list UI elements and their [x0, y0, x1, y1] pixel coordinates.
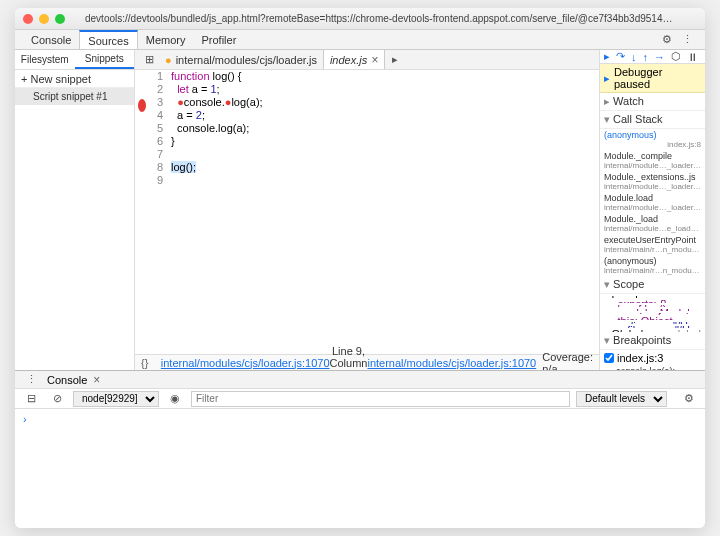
stack-frame[interactable]: Module._compileinternal/module…_loader.j… [600, 150, 705, 171]
titlebar: devtools://devtools/bundled/js_app.html?… [15, 8, 705, 30]
stack-frame[interactable]: Module._extensions..jsinternal/module…_l… [600, 171, 705, 192]
tab-sources[interactable]: Sources [79, 30, 137, 49]
console-tab[interactable]: Console [41, 374, 93, 386]
console-menu-icon[interactable]: ⋮ [23, 372, 39, 388]
breakpoint-checkbox[interactable] [604, 353, 614, 363]
eye-icon[interactable]: ◉ [167, 391, 183, 407]
pretty-print-icon[interactable]: {} [141, 357, 161, 369]
breakpoint-label: index.js:3 [617, 352, 663, 364]
debugger-controls: ▸ ↷ ↓ ↑ → ⬡ ⏸ [600, 50, 705, 64]
console-prompt-icon: › [23, 413, 27, 425]
section-watch[interactable]: Watch [600, 93, 705, 111]
minimize-window-icon[interactable] [39, 14, 49, 24]
stack-frame[interactable]: Module._loadinternal/module…e_loader.js:… [600, 213, 705, 234]
callstack-list: (anonymous)index.js:8 Module._compileint… [600, 129, 705, 276]
section-scope[interactable]: Scope [600, 276, 705, 294]
file-tabs: ⊞ ●internal/modules/cjs/loader.js index.… [135, 50, 599, 70]
navigator-panel: Filesystem Snippets + New snippet Script… [15, 50, 135, 370]
levels-selector[interactable]: Default levels [576, 391, 667, 407]
context-selector[interactable]: node[92929] [73, 391, 159, 407]
snippet-item[interactable]: Script snippet #1 [15, 88, 134, 105]
breakpoint-item[interactable]: index.js:3 [600, 350, 705, 366]
line-numbers: 123456789 [149, 70, 167, 354]
new-snippet-button[interactable]: + New snippet [15, 70, 134, 88]
step-over-icon[interactable]: ↷ [616, 50, 625, 63]
status-link-right[interactable]: internal/modules/cjs/loader.js:1070 [367, 357, 536, 369]
tab-console[interactable]: Console [23, 30, 79, 49]
filter-input[interactable] [191, 391, 570, 407]
devtools-tabs: Console Sources Memory Profiler ⚙ ⋮ [15, 30, 705, 50]
tab-snippets[interactable]: Snippets [75, 50, 135, 69]
file-tab-index[interactable]: index.js× [323, 50, 385, 69]
window-title: devtools://devtools/bundled/js_app.html?… [65, 13, 697, 24]
stack-frame[interactable]: Module.loadinternal/module…_loader.js:10… [600, 192, 705, 213]
file-tab-loader[interactable]: ●internal/modules/cjs/loader.js [159, 50, 323, 69]
sidebar-toggle-icon[interactable]: ⊟ [23, 391, 39, 407]
maximize-window-icon[interactable] [55, 14, 65, 24]
section-callstack[interactable]: Call Stack [600, 111, 705, 129]
tab-filesystem[interactable]: Filesystem [15, 50, 75, 69]
editor-status-bar: {} internal/modules/cjs/loader.js:1070 L… [135, 354, 599, 370]
deactivate-bp-icon[interactable]: ⬡ [671, 50, 681, 63]
code-editor[interactable]: 123456789 function log() { let a = 1; ●c… [135, 70, 599, 354]
close-window-icon[interactable] [23, 14, 33, 24]
breakpoint-gutter[interactable] [135, 70, 149, 354]
debugger-paused-msg: Debugger paused [600, 64, 705, 93]
pause-exceptions-icon[interactable]: ⏸ [687, 51, 698, 63]
dirty-dot-icon: ● [165, 54, 172, 66]
resume-icon[interactable]: ▸ [604, 50, 610, 63]
status-link-left[interactable]: internal/modules/cjs/loader.js:1070 [161, 357, 330, 369]
tab-memory[interactable]: Memory [138, 30, 194, 49]
paused-line: log(); [171, 161, 196, 173]
step-out-icon[interactable]: ↑ [643, 51, 649, 63]
step-icon[interactable]: → [654, 51, 665, 63]
close-drawer-icon[interactable]: × [93, 373, 100, 387]
close-tab-icon[interactable]: × [371, 53, 378, 67]
clear-console-icon[interactable]: ⊘ [49, 391, 65, 407]
stack-frame[interactable]: (anonymous)internal/main/r…n_module.js:1… [600, 255, 705, 276]
stack-frame[interactable]: (anonymous)index.js:8 [600, 129, 705, 150]
breakpoint-marker-icon[interactable] [138, 99, 146, 112]
console-drawer: ⋮ Console × ⊟ ⊘ node[92929] ◉ Default le… [15, 370, 705, 528]
step-into-icon[interactable]: ↓ [631, 51, 637, 63]
settings-icon[interactable]: ⚙ [659, 32, 675, 48]
console-settings-icon[interactable]: ⚙ [681, 391, 697, 407]
nav-toggle-icon[interactable]: ⊞ [141, 52, 157, 68]
more-icon[interactable]: ⋮ [679, 32, 695, 48]
stack-frame[interactable]: executeUserEntryPointinternal/main/r…n_m… [600, 234, 705, 255]
tab-profiler[interactable]: Profiler [193, 30, 244, 49]
console-body[interactable]: › [15, 409, 705, 528]
debugger-panel: ▸ ↷ ↓ ↑ → ⬡ ⏸ Debugger paused Watch Call… [600, 50, 705, 370]
more-tabs-icon[interactable]: ▸ [387, 52, 403, 68]
section-breakpoints[interactable]: Breakpoints [600, 332, 705, 350]
